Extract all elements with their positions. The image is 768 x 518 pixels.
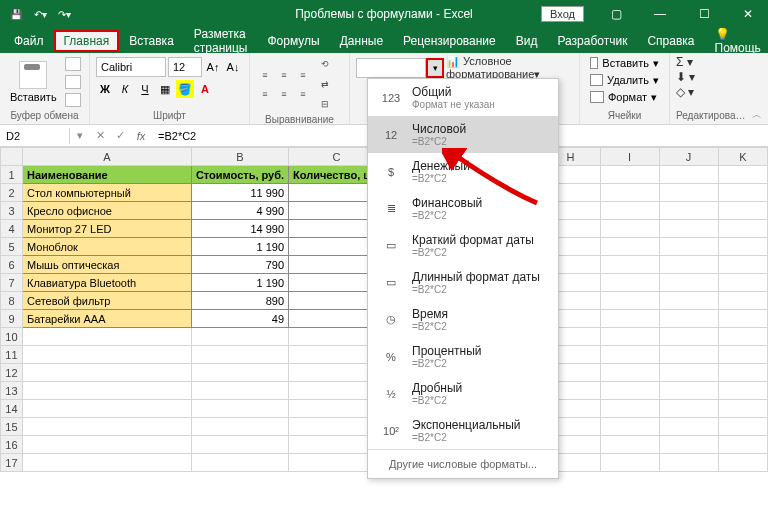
tab-insert[interactable]: Вставка	[119, 30, 184, 52]
cell[interactable]	[718, 436, 767, 454]
font-color-icon[interactable]: A	[196, 80, 214, 98]
align-bottom-icon[interactable]: ≡	[294, 66, 312, 84]
column-header[interactable]: K	[718, 148, 767, 166]
align-top-icon[interactable]: ≡	[256, 66, 274, 84]
border-icon[interactable]: ▦	[156, 80, 174, 98]
row-header[interactable]: 3	[1, 202, 23, 220]
cell[interactable]	[718, 364, 767, 382]
column-header[interactable]: B	[191, 148, 288, 166]
tab-view[interactable]: Вид	[506, 30, 548, 52]
number-format-select[interactable]	[356, 58, 426, 78]
cell[interactable]	[718, 256, 767, 274]
cell[interactable]	[22, 364, 191, 382]
row-header[interactable]: 16	[1, 436, 23, 454]
cell[interactable]: Клавиатура Bluetooth	[22, 274, 191, 292]
cell[interactable]	[718, 184, 767, 202]
row-header[interactable]: 14	[1, 400, 23, 418]
align-left-icon[interactable]: ≡	[256, 85, 274, 103]
row-header[interactable]: 13	[1, 382, 23, 400]
align-center-icon[interactable]: ≡	[275, 85, 293, 103]
merge-icon[interactable]: ⊟	[316, 95, 334, 113]
align-right-icon[interactable]: ≡	[294, 85, 312, 103]
cell[interactable]	[600, 274, 659, 292]
cell[interactable]	[718, 418, 767, 436]
fill-color-icon[interactable]: 🪣	[176, 80, 194, 98]
tab-home[interactable]: Главная	[54, 30, 120, 52]
tab-formulas[interactable]: Формулы	[257, 30, 329, 52]
cell[interactable]: 49	[191, 310, 288, 328]
cell[interactable]	[191, 436, 288, 454]
cell[interactable]: Мышь оптическая	[22, 256, 191, 274]
clear-icon[interactable]: ◇ ▾	[676, 85, 744, 99]
undo-icon[interactable]: ↶▾	[32, 6, 48, 22]
cell[interactable]	[718, 238, 767, 256]
cell[interactable]	[659, 220, 718, 238]
decrease-font-icon[interactable]: A↓	[224, 58, 242, 76]
cell[interactable]	[600, 238, 659, 256]
cell[interactable]	[659, 364, 718, 382]
cell[interactable]	[600, 328, 659, 346]
cell[interactable]	[718, 202, 767, 220]
row-header[interactable]: 8	[1, 292, 23, 310]
tab-review[interactable]: Рецензирование	[393, 30, 506, 52]
cell[interactable]	[600, 166, 659, 184]
tab-file[interactable]: Файл	[4, 30, 54, 52]
cell[interactable]	[600, 310, 659, 328]
cell[interactable]	[191, 382, 288, 400]
tab-data[interactable]: Данные	[330, 30, 393, 52]
format-menu-item[interactable]: ≣ Финансовый =B2*C2	[368, 190, 558, 227]
cell[interactable]	[718, 292, 767, 310]
row-header[interactable]: 1	[1, 166, 23, 184]
cell[interactable]	[600, 382, 659, 400]
format-menu-item[interactable]: % Процентный =B2*C2	[368, 338, 558, 375]
cell[interactable]	[191, 328, 288, 346]
cell[interactable]	[659, 400, 718, 418]
cell[interactable]	[600, 256, 659, 274]
format-menu-item[interactable]: ▭ Длинный формат даты =B2*C2	[368, 264, 558, 301]
cell[interactable]	[659, 418, 718, 436]
cancel-icon[interactable]: ✕	[90, 129, 110, 142]
cell[interactable]	[22, 436, 191, 454]
cell[interactable]	[718, 454, 767, 472]
cell[interactable]	[191, 418, 288, 436]
minimize-icon[interactable]: —	[640, 0, 680, 28]
cell[interactable]: Батарейки AAA	[22, 310, 191, 328]
row-header[interactable]: 9	[1, 310, 23, 328]
cell[interactable]	[659, 310, 718, 328]
cell[interactable]: 1 190	[191, 274, 288, 292]
tab-developer[interactable]: Разработчик	[547, 30, 637, 52]
cell[interactable]: Кресло офисное	[22, 202, 191, 220]
orientation-icon[interactable]: ⟲	[316, 55, 334, 73]
format-painter-icon[interactable]	[65, 93, 81, 107]
cell[interactable]	[22, 382, 191, 400]
cell[interactable]	[718, 328, 767, 346]
cell[interactable]	[600, 364, 659, 382]
cell[interactable]	[659, 346, 718, 364]
cell[interactable]	[659, 256, 718, 274]
cell[interactable]	[600, 220, 659, 238]
cell[interactable]	[718, 166, 767, 184]
row-header[interactable]: 5	[1, 238, 23, 256]
more-formats[interactable]: Другие числовые форматы...	[368, 449, 558, 478]
align-middle-icon[interactable]: ≡	[275, 66, 293, 84]
cell[interactable]	[718, 310, 767, 328]
copy-icon[interactable]	[65, 75, 81, 89]
login-button[interactable]: Вход	[541, 6, 584, 22]
cell[interactable]	[191, 346, 288, 364]
cell[interactable]: 790	[191, 256, 288, 274]
cell[interactable]	[600, 202, 659, 220]
increase-font-icon[interactable]: A↑	[204, 58, 222, 76]
cell[interactable]	[659, 202, 718, 220]
cell[interactable]	[600, 184, 659, 202]
cell[interactable]	[600, 436, 659, 454]
cell[interactable]	[718, 400, 767, 418]
cell[interactable]	[22, 328, 191, 346]
cell[interactable]	[600, 454, 659, 472]
format-menu-item[interactable]: 123 Общий Формат не указан	[368, 79, 558, 116]
cell[interactable]	[659, 292, 718, 310]
paste-button[interactable]: Вставить	[6, 59, 61, 105]
cell[interactable]: 14 990	[191, 220, 288, 238]
close-icon[interactable]: ✕	[728, 0, 768, 28]
cell[interactable]: 4 990	[191, 202, 288, 220]
cell[interactable]	[191, 364, 288, 382]
